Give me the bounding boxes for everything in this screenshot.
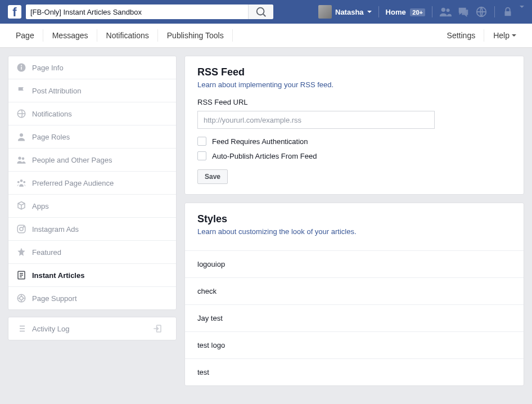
svg-point-12 [22, 158, 25, 160]
svg-point-10 [20, 133, 23, 137]
facebook-logo[interactable]: f [8, 5, 21, 19]
svg-point-11 [18, 156, 21, 159]
svg-point-15 [23, 181, 25, 183]
auto-publish-checkbox[interactable]: Auto-Publish Articles From Feed [197, 151, 511, 160]
svg-point-17 [20, 227, 23, 231]
sidebar-item-page-roles[interactable]: Page Roles [8, 125, 176, 149]
tab-settings[interactable]: Settings [438, 24, 485, 47]
sidebar-item-activity-log[interactable]: Activity Log [8, 317, 176, 340]
people-icon [16, 155, 26, 165]
sidebar-item-page-support[interactable]: Page Support [8, 287, 176, 309]
rss-heading: RSS Feed [197, 66, 511, 78]
rss-url-input[interactable] [197, 111, 435, 129]
friends-icon[interactable] [439, 6, 452, 18]
top-bar: f Natasha Home 20+ [0, 0, 532, 24]
svg-rect-7 [21, 67, 22, 70]
enter-icon [152, 324, 163, 334]
settings-sidebar: Page Info Post Attribution Notifications… [8, 56, 177, 310]
rss-feed-card: RSS Feed Learn about implementing your R… [184, 56, 524, 195]
audience-icon [16, 178, 26, 188]
svg-point-21 [20, 297, 23, 300]
sidebar-item-apps[interactable]: Apps [8, 195, 176, 218]
article-icon [16, 270, 26, 280]
chevron-down-icon[interactable] [520, 6, 524, 8]
rss-learn-link[interactable]: Learn about implementing your RSS feed. [197, 80, 333, 89]
svg-point-2 [441, 8, 445, 12]
divider [432, 6, 432, 17]
sidebar-item-post-attribution[interactable]: Post Attribution [8, 79, 176, 102]
avatar [318, 5, 332, 19]
search-icon [255, 6, 267, 18]
svg-point-8 [21, 65, 22, 66]
person-icon [16, 132, 26, 142]
svg-point-3 [447, 8, 450, 12]
messages-icon[interactable] [457, 6, 470, 18]
svg-point-13 [20, 179, 23, 182]
cube-icon [16, 201, 26, 211]
divider [378, 6, 379, 17]
style-item[interactable]: logouiop [185, 251, 524, 278]
tab-help[interactable]: Help [484, 24, 525, 47]
sidebar-item-people[interactable]: People and Other Pages [8, 149, 176, 172]
info-icon [16, 62, 26, 73]
sidebar-item-notifications[interactable]: Notifications [8, 102, 176, 125]
sidebar-item-featured[interactable]: Featured [8, 241, 176, 264]
svg-rect-5 [505, 11, 511, 16]
rss-url-label: RSS Feed URL [197, 98, 511, 106]
styles-learn-link[interactable]: Learn about customizing the look of your… [197, 227, 357, 236]
divider [494, 6, 495, 17]
tab-messages[interactable]: Messages [43, 24, 97, 47]
globe-icon[interactable] [475, 6, 488, 18]
search-box [26, 5, 273, 19]
sidebar-item-page-info[interactable]: Page Info [8, 56, 176, 79]
user-name: Natasha [335, 8, 364, 16]
style-item[interactable]: check [185, 278, 524, 305]
home-link[interactable]: Home 20+ [386, 8, 425, 16]
tab-page[interactable]: Page [7, 24, 43, 47]
instagram-icon [16, 224, 26, 234]
svg-point-0 [257, 8, 264, 15]
tab-publishing[interactable]: Publishing Tools [158, 24, 233, 47]
styles-card: Styles Learn about customizing the look … [184, 203, 524, 386]
globe-icon [16, 109, 26, 119]
style-item[interactable]: Jay test [185, 305, 524, 332]
search-input[interactable] [26, 5, 248, 19]
chevron-down-icon [367, 11, 372, 13]
chevron-down-icon [512, 34, 516, 37]
user-menu[interactable]: Natasha [318, 5, 372, 19]
flag-icon [16, 86, 26, 96]
lock-icon[interactable] [502, 6, 514, 18]
tab-notifications[interactable]: Notifications [97, 24, 158, 47]
notification-badge: 20+ [410, 8, 425, 16]
checkbox-icon [197, 151, 206, 160]
save-button[interactable]: Save [197, 169, 228, 184]
style-item[interactable]: test [185, 359, 524, 385]
search-button[interactable] [248, 5, 273, 19]
sidebar-item-instagram[interactable]: Instagram Ads [8, 218, 176, 241]
svg-line-1 [263, 14, 265, 16]
support-icon [16, 293, 26, 303]
styles-heading: Styles [197, 213, 511, 225]
list-icon [16, 324, 26, 334]
styles-list: logouiop check Jay test test logo test [185, 250, 524, 385]
svg-point-14 [17, 181, 20, 183]
style-item[interactable]: test logo [185, 332, 524, 359]
svg-point-18 [23, 226, 24, 227]
sidebar-item-audience[interactable]: Preferred Page Audience [8, 172, 176, 195]
page-tabs: Page Messages Notifications Publishing T… [0, 24, 532, 48]
checkbox-icon [197, 137, 206, 146]
star-icon [16, 247, 26, 257]
sidebar-item-instant-articles[interactable]: Instant Articles [8, 264, 176, 287]
feed-auth-checkbox[interactable]: Feed Requires Authentication [197, 137, 511, 146]
